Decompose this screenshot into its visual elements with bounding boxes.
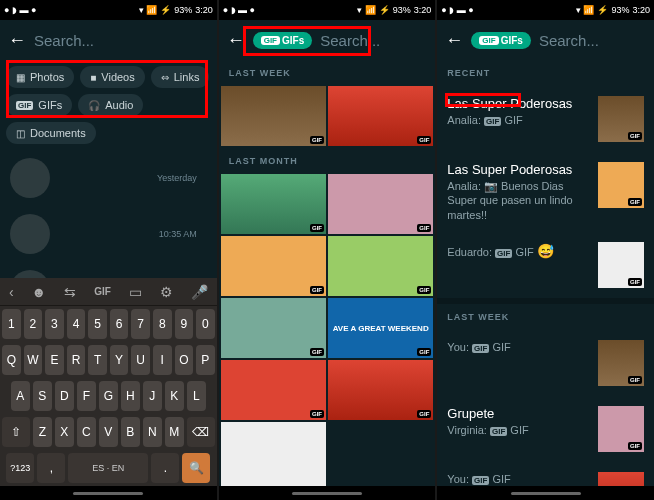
gif-thumbnail[interactable]: GIF bbox=[221, 236, 326, 296]
back-icon[interactable]: ← bbox=[8, 30, 26, 51]
translate-icon[interactable]: ⇆ bbox=[64, 284, 76, 300]
key-shift[interactable]: ⇧ bbox=[2, 417, 30, 447]
gifs-filter-chip[interactable]: GIFGIFs bbox=[253, 32, 313, 49]
key[interactable]: G bbox=[99, 381, 118, 411]
key[interactable]: F bbox=[77, 381, 96, 411]
key[interactable]: Q bbox=[2, 345, 21, 375]
chat-row[interactable]: Yesterday bbox=[0, 150, 217, 206]
key[interactable]: J bbox=[143, 381, 162, 411]
key-symbols[interactable]: ?123 bbox=[6, 453, 34, 483]
chat-time: Yesterday bbox=[147, 170, 207, 186]
gif-thumbnail[interactable]: GIF bbox=[221, 174, 326, 234]
key[interactable]: R bbox=[67, 345, 86, 375]
nav-pill[interactable] bbox=[292, 492, 362, 495]
gif-thumbnail[interactable]: GIF bbox=[221, 422, 326, 486]
key[interactable]: D bbox=[55, 381, 74, 411]
key[interactable]: B bbox=[121, 417, 140, 447]
filter-documents[interactable]: ◫Documents bbox=[6, 122, 96, 144]
settings-icon[interactable]: ⚙ bbox=[160, 284, 173, 300]
result-thumbnail: GIF bbox=[598, 162, 644, 208]
key[interactable]: 1 bbox=[2, 309, 21, 339]
search-input[interactable] bbox=[34, 32, 217, 49]
gif-thumbnail[interactable]: GIF bbox=[328, 360, 433, 420]
key[interactable]: 2 bbox=[24, 309, 43, 339]
gif-results[interactable]: LAST WEEK GIF GIF LAST MONTH GIF GIF GIF… bbox=[219, 60, 436, 486]
key[interactable]: X bbox=[55, 417, 74, 447]
gifs-filter-chip[interactable]: GIFGIFs bbox=[471, 32, 531, 49]
key[interactable]: Z bbox=[33, 417, 52, 447]
result-item[interactable]: You: GIF GIF GIF bbox=[437, 330, 654, 396]
keyboard-row: ASDFGHJKL bbox=[0, 378, 217, 414]
chevron-left-icon[interactable]: ‹ bbox=[9, 284, 14, 300]
key[interactable]: H bbox=[121, 381, 140, 411]
clipboard-icon[interactable]: ▭ bbox=[129, 284, 142, 300]
gif-thumbnail[interactable]: GIF bbox=[221, 298, 326, 358]
result-item[interactable]: Grupete Virginia: GIF GIF GIF bbox=[437, 396, 654, 462]
gif-thumbnail[interactable]: GIF bbox=[328, 86, 433, 146]
sticker-icon[interactable]: ☻ bbox=[32, 284, 47, 300]
chat-list[interactable]: Yesterday 10:35 AM 10:01 AM 😊😂 bbox=[0, 150, 217, 278]
key[interactable]: S bbox=[33, 381, 52, 411]
result-thumbnail: GIF bbox=[598, 242, 644, 288]
gif-thumbnail[interactable]: GIF bbox=[221, 360, 326, 420]
filter-links[interactable]: ⇔Links bbox=[151, 66, 210, 88]
nav-bar bbox=[0, 486, 217, 500]
result-title: Las Super Poderosas bbox=[447, 96, 588, 111]
key-search[interactable]: 🔍 bbox=[182, 453, 210, 483]
key[interactable]: V bbox=[99, 417, 118, 447]
key[interactable]: K bbox=[165, 381, 184, 411]
result-item[interactable]: Eduardo: GIF GIF 😅 GIF bbox=[437, 232, 654, 298]
gif-thumbnail[interactable]: GIF bbox=[221, 86, 326, 146]
gif-icon[interactable]: GIF bbox=[94, 286, 111, 297]
key[interactable]: O bbox=[175, 345, 194, 375]
key[interactable]: M bbox=[165, 417, 184, 447]
search-results[interactable]: RECENT Las Super Poderosas Analia: GIF G… bbox=[437, 60, 654, 486]
key[interactable]: C bbox=[77, 417, 96, 447]
key[interactable]: E bbox=[45, 345, 64, 375]
key[interactable]: 3 bbox=[45, 309, 64, 339]
search-input[interactable] bbox=[539, 32, 654, 49]
status-bar: ● ◗ ▬ ● ▾ 📶 ⚡ 93% 3:20 bbox=[437, 0, 654, 20]
key[interactable]: 7 bbox=[131, 309, 150, 339]
key[interactable]: U bbox=[131, 345, 150, 375]
nav-pill[interactable] bbox=[511, 492, 581, 495]
nav-pill[interactable] bbox=[73, 492, 143, 495]
key[interactable]: 4 bbox=[67, 309, 86, 339]
key-period[interactable]: . bbox=[151, 453, 179, 483]
filter-videos[interactable]: ■Videos bbox=[80, 66, 144, 88]
key[interactable]: 8 bbox=[153, 309, 172, 339]
result-item[interactable]: Las Super Poderosas Analia: GIF GIF GIF bbox=[437, 86, 654, 152]
gif-thumbnail[interactable]: GIF bbox=[328, 236, 433, 296]
back-icon[interactable]: ← bbox=[227, 30, 245, 51]
chat-row[interactable]: 10:35 AM bbox=[0, 206, 217, 262]
key[interactable]: 0 bbox=[196, 309, 215, 339]
key[interactable]: W bbox=[24, 345, 43, 375]
key[interactable]: 5 bbox=[88, 309, 107, 339]
key-backspace[interactable]: ⌫ bbox=[187, 417, 215, 447]
key-space[interactable]: ES · EN bbox=[68, 453, 148, 483]
chat-row[interactable]: 10:01 AM bbox=[0, 262, 217, 278]
filter-photos[interactable]: ▦Photos bbox=[6, 66, 74, 88]
filter-audio[interactable]: 🎧Audio bbox=[78, 94, 143, 116]
result-subtitle: Eduardo: GIF GIF 😅 bbox=[447, 242, 588, 260]
key[interactable]: T bbox=[88, 345, 107, 375]
mic-icon[interactable]: 🎤 bbox=[191, 284, 208, 300]
back-icon[interactable]: ← bbox=[445, 30, 463, 51]
search-input[interactable] bbox=[320, 32, 435, 49]
key-comma[interactable]: , bbox=[37, 453, 65, 483]
key[interactable]: L bbox=[187, 381, 206, 411]
key[interactable]: Y bbox=[110, 345, 129, 375]
gif-badge: GIF bbox=[417, 224, 431, 232]
key[interactable]: P bbox=[196, 345, 215, 375]
document-icon: ◫ bbox=[16, 128, 25, 139]
gif-thumbnail[interactable]: GIF bbox=[328, 174, 433, 234]
key[interactable]: N bbox=[143, 417, 162, 447]
result-item[interactable]: You: GIF GIF GIF bbox=[437, 462, 654, 486]
filter-gifs[interactable]: GIFGIFs bbox=[6, 94, 72, 116]
key[interactable]: I bbox=[153, 345, 172, 375]
key[interactable]: 6 bbox=[110, 309, 129, 339]
gif-thumbnail[interactable]: AVE A GREAT WEEKENDGIF bbox=[328, 298, 433, 358]
key[interactable]: A bbox=[11, 381, 30, 411]
key[interactable]: 9 bbox=[175, 309, 194, 339]
result-item[interactable]: Las Super Poderosas Analia: 📷 Buenos Dia… bbox=[437, 152, 654, 232]
